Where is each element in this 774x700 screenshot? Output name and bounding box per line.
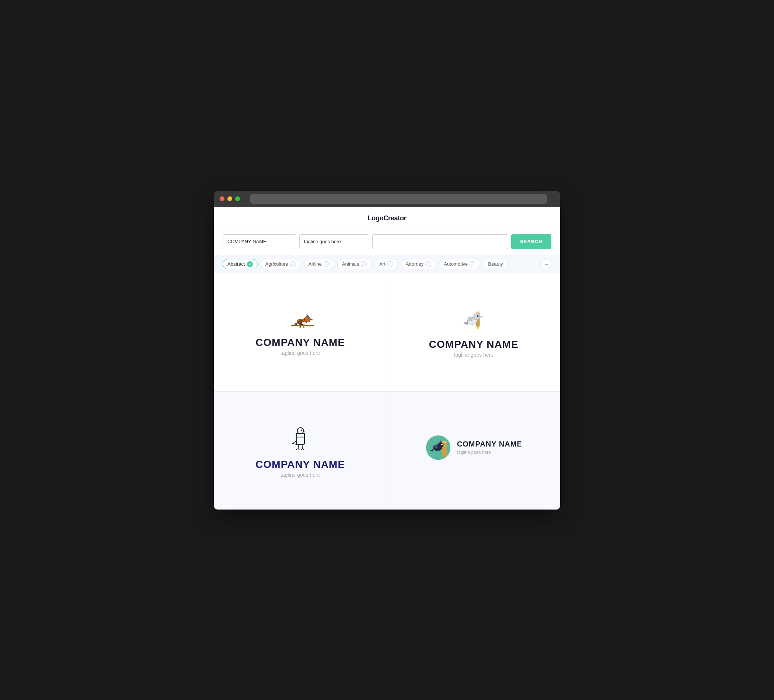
svg-point-20: [472, 318, 474, 320]
svg-point-18: [477, 315, 479, 317]
svg-point-35: [438, 442, 444, 448]
svg-rect-33: [442, 441, 447, 443]
svg-marker-15: [476, 327, 480, 330]
logo2-company-name: COMPANY NAME: [429, 338, 519, 350]
logo4-tagline: tagline goes here: [457, 450, 522, 455]
svg-line-28: [298, 448, 299, 450]
search-button[interactable]: SEARCH: [511, 234, 551, 249]
svg-point-23: [301, 429, 302, 430]
address-bar: [250, 194, 547, 204]
svg-rect-21: [296, 433, 304, 444]
close-button[interactable]: [220, 196, 225, 201]
check-icon-art: ✓: [387, 261, 393, 267]
svg-point-3: [302, 321, 306, 324]
logo2-tagline: tagline goes here: [454, 352, 493, 358]
svg-point-17: [474, 313, 480, 319]
logo-image-2: [459, 307, 488, 333]
search-bar: SEARCH: [214, 228, 560, 255]
minimize-button[interactable]: [227, 196, 232, 201]
svg-point-36: [441, 444, 443, 445]
svg-point-19: [478, 315, 478, 316]
maximize-button[interactable]: [235, 196, 240, 201]
filter-tag-automotive[interactable]: Automotive ✓: [439, 259, 480, 269]
svg-line-12: [304, 327, 304, 328]
filter-tag-beauty[interactable]: Beauty: [483, 259, 508, 269]
filter-label: Attorney: [406, 261, 423, 267]
filter-label: Animals: [342, 261, 359, 267]
filter-tag-airline[interactable]: Airline ✓: [304, 259, 334, 269]
logo-card-4[interactable]: COMPANY NAME tagline goes here: [387, 391, 561, 510]
svg-line-10: [300, 327, 301, 328]
check-icon-abstract: ✓: [247, 261, 253, 267]
filter-label: Airline: [309, 261, 322, 267]
company-name-input[interactable]: [223, 234, 296, 249]
svg-line-25: [298, 444, 299, 448]
filter-tag-attorney[interactable]: Attorney ✓: [401, 259, 436, 269]
filter-label: Abstract: [227, 261, 245, 267]
logo3-company-name: COMPANY NAME: [255, 459, 345, 471]
svg-point-4: [304, 316, 310, 322]
tagline-input[interactable]: [299, 234, 369, 249]
check-icon-attorney: ✓: [425, 261, 431, 267]
browser-window: LogoCreator SEARCH Abstract ✓ Agricultur…: [214, 191, 560, 510]
logo3-tagline: tagline goes here: [281, 472, 320, 478]
filter-tag-abstract[interactable]: Abstract ✓: [223, 259, 258, 269]
check-icon-automotive: ✓: [470, 261, 475, 267]
filter-tag-art[interactable]: Art ✓: [374, 259, 398, 269]
logo-image-4: COMPANY NAME tagline goes here: [425, 435, 522, 461]
keyword-input[interactable]: [372, 234, 508, 249]
logo-card-2[interactable]: COMPANY NAME tagline goes here: [387, 273, 561, 391]
app-title: LogoCreator: [368, 215, 407, 222]
browser-titlebar: [214, 191, 560, 207]
check-icon-animals: ✓: [361, 261, 367, 267]
app-header: LogoCreator: [214, 207, 560, 228]
logo-card-3[interactable]: COMPANY NAME tagline goes here: [214, 391, 387, 510]
logo-grid: COMPANY NAME tagline goes here: [214, 273, 560, 510]
logo-image-1: [286, 309, 315, 331]
svg-line-26: [302, 444, 303, 448]
filter-tag-animals[interactable]: Animals ✓: [337, 259, 372, 269]
svg-line-30: [303, 448, 304, 450]
filter-tag-agriculture[interactable]: Agriculture ✓: [261, 259, 301, 269]
filter-label: Beauty: [488, 261, 503, 267]
svg-point-37: [442, 444, 443, 444]
logo1-company-name: COMPANY NAME: [255, 337, 345, 348]
filter-bar: Abstract ✓ Agriculture ✓ Airline ✓ Anima…: [214, 255, 560, 273]
filter-label: Automotive: [444, 261, 468, 267]
app-content: LogoCreator SEARCH Abstract ✓ Agricultur…: [214, 207, 560, 510]
svg-line-27: [296, 448, 298, 449]
logo4-text: COMPANY NAME tagline goes here: [457, 440, 522, 455]
logo4-company-name: COMPANY NAME: [457, 440, 522, 448]
check-icon-agriculture: ✓: [290, 261, 296, 267]
logo1-tagline: tagline goes here: [281, 350, 320, 356]
check-icon-airline: ✓: [324, 261, 329, 267]
logo-card-1[interactable]: COMPANY NAME tagline goes here: [214, 273, 387, 391]
logo-image-3: [289, 423, 311, 453]
filter-label: Agriculture: [265, 261, 288, 267]
filter-next-button[interactable]: →: [541, 259, 551, 269]
filter-label: Art: [379, 261, 385, 267]
